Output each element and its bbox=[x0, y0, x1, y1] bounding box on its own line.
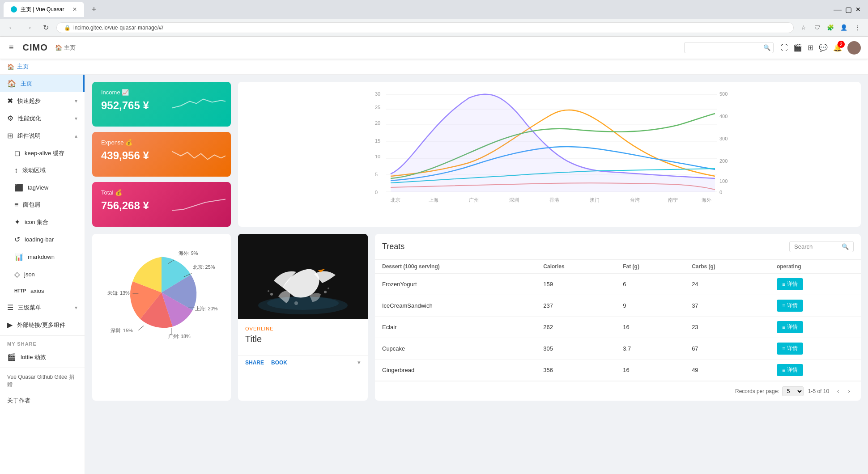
cell-carbs: 67 bbox=[685, 338, 770, 360]
header-search-input[interactable] bbox=[689, 44, 761, 51]
card-widget-body: Overline Title bbox=[238, 319, 368, 355]
sidebar-item-tagview[interactable]: ⬛ tagView bbox=[0, 179, 85, 196]
income-card: Income 📈 952,765 ¥ bbox=[92, 82, 231, 127]
profile-btn[interactable]: 👤 bbox=[838, 22, 849, 33]
card-title-text: Title bbox=[245, 334, 361, 344]
svg-text:上海: 上海 bbox=[429, 197, 438, 203]
table-footer: Records per page: 5 10 25 1-5 of 10 ‹ › bbox=[375, 381, 861, 401]
sidebar: 🏠 主页 ✖ 快速起步 ▾ ⚙ 性能优化 ▾ ⊞ 组件说明 ▴ ◻ keep-a… bbox=[0, 75, 85, 474]
card-widget: Overline Title SHARE BOOK ▾ bbox=[238, 234, 368, 401]
cell-carbs: 37 bbox=[685, 295, 770, 317]
sidebar-item-loading[interactable]: ↺ loading-bar bbox=[0, 231, 85, 248]
svg-text:400: 400 bbox=[719, 114, 728, 119]
svg-text:20: 20 bbox=[375, 120, 380, 126]
svg-text:广州: 18%: 广州: 18% bbox=[168, 334, 191, 339]
treats-search-box[interactable]: 🔍 bbox=[789, 241, 854, 252]
sidebar-item-threelevel[interactable]: ☰ 三级菜单 ▾ bbox=[0, 299, 85, 316]
cell-operating: ≡ 详情 bbox=[770, 274, 861, 295]
detail-btn[interactable]: ≡ 详情 bbox=[777, 300, 803, 312]
app-container: ≡ CIMO 🏠 主页 🔍 ⛶ 🎬 ⊞ 💬 🔔 2 🏠 主页 bbox=[0, 37, 868, 474]
shield-icon-btn[interactable]: 🛡 bbox=[812, 22, 822, 33]
cell-operating: ≡ 详情 bbox=[770, 295, 861, 317]
svg-line-38 bbox=[138, 326, 144, 330]
quickstart-arrow: ▾ bbox=[75, 98, 77, 104]
tab-close-btn[interactable]: ✕ bbox=[72, 6, 77, 13]
sidebar-item-perf[interactable]: ⚙ 性能优化 ▾ bbox=[0, 110, 85, 127]
header-home-link[interactable]: 🏠 主页 bbox=[55, 44, 76, 52]
grid-btn[interactable]: ⊞ bbox=[808, 43, 813, 52]
sidebar-item-scroll[interactable]: ↕ 滚动区域 bbox=[0, 162, 85, 179]
prev-page-btn[interactable]: ‹ bbox=[834, 386, 842, 396]
refresh-btn[interactable]: ↻ bbox=[39, 21, 52, 34]
cell-fat: 16 bbox=[616, 317, 685, 338]
detail-label: 详情 bbox=[787, 323, 798, 331]
svg-text:澳门: 澳门 bbox=[590, 197, 600, 203]
cell-calories: 262 bbox=[536, 317, 616, 338]
tab-favicon bbox=[11, 6, 17, 13]
per-page-select: Records per page: 5 10 25 bbox=[735, 386, 804, 396]
share-btn[interactable]: SHARE bbox=[245, 360, 264, 366]
back-btn[interactable]: ← bbox=[5, 21, 18, 34]
sidebar-item-home[interactable]: 🏠 主页 bbox=[0, 75, 85, 92]
svg-text:深圳: 15%: 深圳: 15% bbox=[111, 328, 133, 333]
detail-label: 详情 bbox=[787, 366, 798, 374]
card-chevron-icon[interactable]: ▾ bbox=[357, 359, 361, 366]
sidebar-item-quickstart-label: 快速起步 bbox=[17, 97, 41, 105]
total-card: Total 💰 756,268 ¥ bbox=[92, 182, 231, 227]
extensions-btn[interactable]: 🧩 bbox=[825, 22, 836, 33]
sidebar-item-json[interactable]: ◇ json bbox=[0, 266, 85, 283]
more-btn[interactable]: ⋮ bbox=[852, 22, 863, 33]
address-text: incimo.gitee.io/vue-quasar-manage/#/ bbox=[73, 25, 163, 31]
video-btn[interactable]: 🎬 bbox=[793, 43, 802, 52]
cell-name: Cupcake bbox=[375, 338, 536, 360]
header-search-box[interactable]: 🔍 bbox=[684, 42, 774, 53]
browser-controls: ← → ↻ 🔒 incimo.gitee.io/vue-quasar-manag… bbox=[0, 19, 868, 37]
browser-tab[interactable]: 主页 | Vue Quasar ✕ bbox=[4, 2, 84, 17]
treats-header: Treats 🔍 bbox=[375, 234, 861, 260]
card-actions: SHARE BOOK ▾ bbox=[238, 355, 368, 369]
sidebar-item-axios[interactable]: HTTP axios bbox=[0, 283, 85, 299]
detail-label: 详情 bbox=[787, 345, 798, 352]
bookmark-btn[interactable]: ☆ bbox=[798, 22, 809, 33]
new-tab-btn[interactable]: + bbox=[88, 3, 100, 16]
next-page-btn[interactable]: › bbox=[845, 386, 854, 396]
svg-text:15: 15 bbox=[375, 138, 380, 144]
sidebar-item-components[interactable]: ⊞ 组件说明 ▴ bbox=[0, 127, 85, 144]
breadcrumb-home-label: 主页 bbox=[17, 63, 29, 71]
minimize-btn[interactable]: — bbox=[834, 5, 842, 14]
sidebar-item-icon[interactable]: ✦ icon 集合 bbox=[0, 213, 85, 231]
sidebar-item-scroll-label: 滚动区域 bbox=[22, 166, 46, 174]
sidebar-item-loading-label: loading-bar bbox=[25, 236, 54, 243]
menu-toggle-btn[interactable]: ≡ bbox=[7, 41, 16, 54]
sidebar-item-quickstart[interactable]: ✖ 快速起步 ▾ bbox=[0, 92, 85, 110]
sidebar-item-breadcrumb[interactable]: ≡ 面包屑 bbox=[0, 196, 85, 213]
user-avatar[interactable] bbox=[847, 41, 861, 55]
lock-icon: 🔒 bbox=[64, 25, 71, 31]
sidebar-item-about[interactable]: 关于作者 bbox=[0, 392, 85, 409]
close-window-btn[interactable]: ✕ bbox=[855, 6, 861, 13]
fullscreen-btn[interactable]: ⛶ bbox=[781, 44, 788, 52]
treats-search-input[interactable] bbox=[794, 243, 839, 250]
detail-btn[interactable]: ≡ 详情 bbox=[777, 364, 803, 376]
sidebar-item-external[interactable]: ▶ 外部链接/更多组件 bbox=[0, 316, 85, 334]
cell-name: Eclair bbox=[375, 317, 536, 338]
sidebar-item-components-label: 组件说明 bbox=[17, 132, 41, 140]
book-btn[interactable]: BOOK bbox=[271, 360, 287, 366]
bell-btn[interactable]: 🔔 2 bbox=[833, 43, 842, 52]
table-row: FrozenYogurt 159 6 24 ≡ 详情 bbox=[375, 274, 861, 295]
address-bar[interactable]: 🔒 incimo.gitee.io/vue-quasar-manage/#/ bbox=[56, 22, 794, 33]
icon-collection-icon: ✦ bbox=[14, 218, 20, 226]
svg-text:台湾: 台湾 bbox=[630, 197, 640, 203]
detail-btn[interactable]: ≡ 详情 bbox=[777, 343, 803, 355]
tab-title: 主页 | Vue Quasar bbox=[21, 6, 64, 13]
forward-btn[interactable]: → bbox=[22, 21, 35, 34]
detail-btn[interactable]: ≡ 详情 bbox=[777, 278, 803, 290]
sidebar-item-markdown[interactable]: 📊 markdown bbox=[0, 248, 85, 266]
svg-text:0: 0 bbox=[375, 190, 378, 195]
sidebar-item-lottie[interactable]: 🎬 lottie 动效 bbox=[0, 348, 85, 366]
chat-btn[interactable]: 💬 bbox=[819, 43, 828, 52]
maximize-btn[interactable]: ▢ bbox=[845, 5, 852, 14]
per-page-dropdown[interactable]: 5 10 25 bbox=[782, 386, 804, 396]
sidebar-item-keep-alive[interactable]: ◻ keep-alive 缓存 bbox=[0, 144, 85, 162]
detail-btn[interactable]: ≡ 详情 bbox=[777, 321, 803, 333]
